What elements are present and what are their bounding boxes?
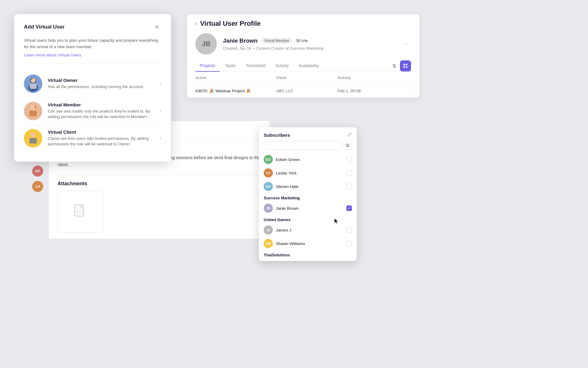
virtual-owner-name: Virtual Owner <box>48 78 154 83</box>
add-widget-button[interactable] <box>400 60 411 71</box>
attachments-title: Attachments <box>58 181 261 186</box>
subscriber-avatar-sw: SW <box>264 239 273 248</box>
virtual-member-avatar <box>24 102 42 120</box>
subscriber-name-lester: Lester York <box>276 171 343 175</box>
subscriber-checkbox-edwin[interactable] <box>346 157 352 162</box>
virtual-member-name: Virtual Member <box>48 102 154 107</box>
subscriber-item-janie-brown[interactable]: JB Janie Brown <box>259 201 357 215</box>
profile-tabs: Projects Tasks Timesheet Activity Availa… <box>187 60 420 72</box>
task-divider <box>58 174 261 175</box>
subscriber-avatar-jj: JJ <box>264 225 273 235</box>
profile-name: Janie Brown <box>223 37 258 44</box>
profile-role: Content Creator at Success Marketing <box>256 46 323 51</box>
subscriber-name-janie: Janie Brown <box>276 206 343 211</box>
subscriber-avatar-ly: LY <box>264 168 273 178</box>
back-chevron-icon[interactable]: ‹ <box>195 21 197 26</box>
attachment-box: ? <box>58 191 103 232</box>
subscriber-checkbox-shawn[interactable] <box>346 241 352 246</box>
subscriber-item-edwin-green[interactable]: EG Edwin Green <box>259 153 357 166</box>
svg-rect-3 <box>30 83 36 89</box>
subscribers-dropdown: Subscribers EG Edwin Green LY Lester Yor… <box>259 127 357 261</box>
virtual-client-desc: Clients are free users with limited perm… <box>48 136 154 148</box>
col-activity: Activity <box>337 76 393 80</box>
subscribers-header: Subscribers <box>259 132 357 141</box>
projects-table-header: Active Client Activity <box>187 72 420 84</box>
activity-avatar-2: EP <box>32 166 43 177</box>
svg-rect-6 <box>29 111 37 116</box>
svg-rect-22 <box>346 146 349 147</box>
tab-activity[interactable]: Activity <box>271 60 293 72</box>
svg-text:?: ? <box>77 210 79 215</box>
virtual-client-name: Virtual Client <box>48 129 154 135</box>
hours-badge: 38 h/w <box>296 38 307 43</box>
subscriber-name-shawn: Shawn Williams <box>276 241 343 246</box>
add-virtual-user-modal: Add Virtual User ✕ Virtual users help yo… <box>14 14 171 162</box>
modal-description: Virtual users help you to plan your futu… <box>24 37 161 50</box>
subscribers-edit-icon[interactable] <box>347 132 352 138</box>
svg-rect-13 <box>406 64 407 65</box>
col-client: Client <box>276 76 337 80</box>
svg-rect-10 <box>29 138 37 144</box>
project-client: ABC LLC <box>276 89 337 93</box>
subscriber-name-james: James J <box>276 228 343 232</box>
virtual-owner-avatar <box>24 75 42 93</box>
virtual-member-desc: Can see and modify only the projects the… <box>48 109 154 120</box>
tab-availability[interactable]: Availability <box>295 60 323 72</box>
list-view-button[interactable] <box>343 141 352 150</box>
learn-more-link[interactable]: Learn more about Virtual Users <box>24 53 81 57</box>
virtual-member-item[interactable]: Virtual Member Can see and modify only t… <box>24 98 161 125</box>
modal-divider <box>24 64 161 64</box>
virtual-member-info: Virtual Member Can see and modify only t… <box>48 102 154 120</box>
project-activity: Feb 1, 05:08 <box>337 89 393 93</box>
subscribers-search-input[interactable] <box>264 141 341 150</box>
profile-title: Virtual User Profile <box>200 20 261 28</box>
svg-rect-21 <box>346 145 349 146</box>
svg-rect-18 <box>75 205 83 216</box>
modal-header: Add Virtual User ✕ <box>24 23 161 31</box>
col-active: Active <box>195 76 276 80</box>
subscriber-avatar-eg: EG <box>264 155 273 164</box>
subscriber-checkbox-janie[interactable] <box>346 205 352 211</box>
sort-button[interactable]: ⇅ <box>391 62 398 70</box>
virtual-owner-chevron: › <box>160 81 161 86</box>
svg-rect-14 <box>403 66 405 68</box>
activity-avatar-3: LH <box>32 181 43 192</box>
subscriber-item-steven-hale[interactable]: SH Steven Hale <box>259 180 357 193</box>
tab-timesheet[interactable]: Timesheet <box>241 60 270 72</box>
close-button[interactable]: ✕ <box>153 23 161 31</box>
project-name: #3070: 🎉 Webinar Project 🎉 <box>195 88 276 93</box>
virtual-user-profile-panel: ‹ Virtual User Profile JB Janie Brown Vi… <box>187 14 420 98</box>
virtual-member-chevron: › <box>160 108 161 114</box>
profile-meta: Created: Jan 16. • Content Creator at Su… <box>223 46 394 51</box>
created-date: Created: Jan 16. <box>223 46 252 51</box>
virtual-owner-info: Virtual Owner Has all the permissions, i… <box>48 78 154 90</box>
profile-details: Janie Brown Virtual Member 38 h/w Create… <box>223 37 394 51</box>
subscriber-item-james-j[interactable]: JJ James J <box>259 223 357 237</box>
subscriber-checkbox-steven[interactable] <box>346 184 352 189</box>
subscriber-item-lester-york[interactable]: LY Lester York <box>259 166 357 180</box>
svg-point-11 <box>31 132 35 137</box>
virtual-member-badge: Virtual Member <box>261 38 292 44</box>
svg-rect-20 <box>346 144 349 144</box>
subscriber-avatar-jb: JB <box>264 204 273 213</box>
subscriber-checkbox-lester[interactable] <box>346 170 352 176</box>
virtual-client-item[interactable]: Virtual Client Clients are free users wi… <box>24 125 161 152</box>
virtual-client-info: Virtual Client Clients are free users wi… <box>48 129 154 148</box>
group-label-success-marketing: Success Marketing <box>259 193 357 201</box>
col-actions <box>393 76 411 80</box>
subscriber-item-shawn-williams[interactable]: SW Shawn Williams <box>259 237 357 250</box>
virtual-client-avatar <box>24 129 42 148</box>
project-row[interactable]: #3070: 🎉 Webinar Project 🎉 ABC LLC Feb 1… <box>187 84 420 98</box>
virtual-owner-desc: Has all the permissions, including runni… <box>48 84 154 90</box>
group-label-united-games: United Games <box>259 215 357 223</box>
project-row-dots[interactable]: ⋯ <box>393 88 411 93</box>
svg-point-4 <box>30 78 33 80</box>
svg-point-8 <box>31 105 35 109</box>
profile-menu-dots[interactable]: ⋯ <box>401 39 411 48</box>
profile-name-row: Janie Brown Virtual Member 38 h/w <box>223 37 394 44</box>
virtual-client-chevron: › <box>160 136 161 141</box>
subscriber-checkbox-james[interactable] <box>346 227 352 233</box>
virtual-owner-item[interactable]: Virtual Owner Has all the permissions, i… <box>24 70 161 98</box>
tab-tasks[interactable]: Tasks <box>221 60 240 72</box>
tab-projects[interactable]: Projects <box>195 60 220 72</box>
